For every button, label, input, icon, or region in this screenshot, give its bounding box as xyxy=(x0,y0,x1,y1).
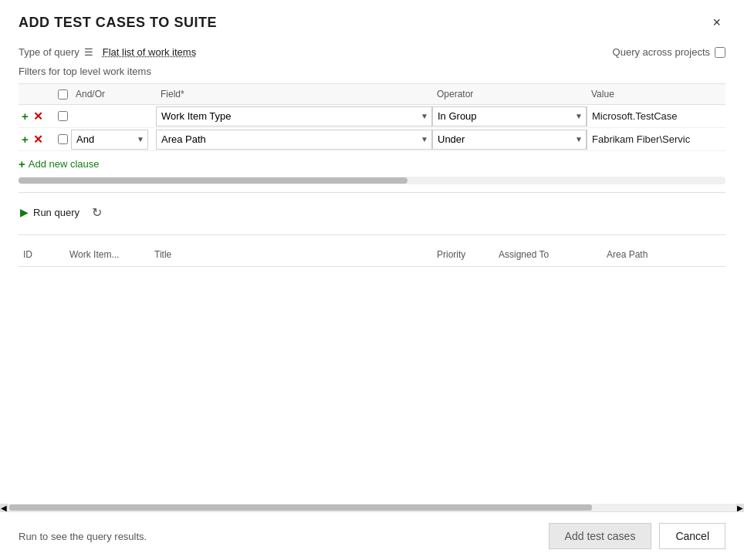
results-col-id: ID xyxy=(19,246,65,263)
run-query-button[interactable]: ▶ Run query xyxy=(19,204,84,221)
refresh-button[interactable]: ↻ xyxy=(92,205,102,220)
row2-value-col: Fabrikam Fiber\Servic xyxy=(587,130,725,150)
results-col-wit: Work Item... xyxy=(65,246,150,263)
cancel-button[interactable]: Cancel xyxy=(659,523,725,549)
divider-2 xyxy=(19,234,725,235)
header-field: Field* xyxy=(156,89,432,100)
dialog-body: Type of query ☰ Flat list of work items … xyxy=(0,39,744,511)
results-area xyxy=(19,267,725,504)
header-andor: And/Or xyxy=(71,89,156,100)
results-col-area: Area Path xyxy=(602,246,725,263)
divider-1 xyxy=(19,192,725,193)
row2-operator-col: Under = <> In Not In ▼ xyxy=(432,130,587,150)
row1-operator-col: In Group = <> In Not In ▼ xyxy=(432,106,587,127)
query-type-label: Type of query xyxy=(19,46,79,58)
row1-actions: + ✕ xyxy=(19,110,54,123)
run-query-label: Run query xyxy=(33,207,79,218)
row2-add-icon[interactable]: + xyxy=(20,133,30,146)
row2-value-display: Fabrikam Fiber\Servic xyxy=(587,130,725,150)
query-across-label: Query across projects xyxy=(613,46,710,58)
results-col-assigned: Assigned To xyxy=(494,246,602,263)
footer-buttons: Add test cases Cancel xyxy=(549,523,725,549)
row1-operator-select[interactable]: In Group = <> In Not In xyxy=(432,106,587,127)
row1-remove-icon[interactable]: ✕ xyxy=(32,110,45,123)
add-clause-row[interactable]: + Add new clause xyxy=(19,157,725,170)
bottom-scrollbar[interactable]: ◀ ▶ xyxy=(0,504,744,511)
row2-actions: + ✕ xyxy=(19,133,54,147)
query-across-row: Query across projects xyxy=(613,46,725,58)
results-table-header: ID Work Item... Title Priority Assigned … xyxy=(19,243,725,267)
row1-value-col: Microsoft.TestCase xyxy=(587,106,725,127)
dialog-footer: Run to see the query results. Add test c… xyxy=(0,511,744,560)
filter-rows: + ✕ Work Item Type Area Path Title xyxy=(19,105,725,151)
filters-label: Filters for top level work items xyxy=(19,62,725,83)
close-button[interactable]: × xyxy=(708,14,725,31)
list-icon: ☰ xyxy=(84,46,93,58)
row2-andor-col: And Or ▼ xyxy=(71,130,156,150)
dialog-header: ADD TEST CASES TO SUITE × xyxy=(0,0,744,39)
row1-field-select[interactable]: Work Item Type Area Path Title Assigned … xyxy=(156,106,432,127)
scrollbar-track xyxy=(8,504,736,511)
row1-checkbox[interactable] xyxy=(58,111,68,121)
header-operator: Operator xyxy=(432,89,587,100)
table-row: + ✕ Work Item Type Area Path Title xyxy=(19,105,725,128)
row1-add-icon[interactable]: + xyxy=(20,110,30,123)
select-all-checkbox[interactable] xyxy=(58,89,68,100)
row2-checkbox-col xyxy=(54,134,71,144)
results-col-priority: Priority xyxy=(432,246,494,263)
query-type-row: Type of query ☰ Flat list of work items … xyxy=(19,39,725,62)
row2-checkbox[interactable] xyxy=(58,134,68,144)
scrollbar-left-arrow[interactable]: ◀ xyxy=(0,504,8,511)
filter-scrollbar[interactable] xyxy=(19,177,725,184)
row1-checkbox-col xyxy=(54,111,71,121)
query-type-value[interactable]: Flat list of work items xyxy=(103,46,196,58)
results-col-title: Title xyxy=(150,246,432,263)
row2-field-select[interactable]: Area Path Work Item Type Title Assigned … xyxy=(156,130,432,150)
add-clause-label: Add new clause xyxy=(29,158,100,170)
row1-value-display: Microsoft.TestCase xyxy=(587,106,725,127)
dialog-title: ADD TEST CASES TO SUITE xyxy=(19,15,217,31)
scrollbar-right-arrow[interactable]: ▶ xyxy=(736,504,744,511)
play-icon: ▶ xyxy=(20,206,29,218)
run-query-row: ▶ Run query ↻ xyxy=(19,201,725,227)
filter-scrollbar-thumb xyxy=(19,177,408,184)
row1-field-col: Work Item Type Area Path Title Assigned … xyxy=(156,106,432,127)
header-checkbox-col xyxy=(54,89,71,100)
add-test-cases-dialog: ADD TEST CASES TO SUITE × Type of query … xyxy=(0,0,744,560)
row2-remove-icon[interactable]: ✕ xyxy=(32,133,45,147)
filters-table-header: And/Or Field* Operator Value xyxy=(19,83,725,105)
row2-operator-select[interactable]: Under = <> In Not In xyxy=(432,130,587,150)
header-value: Value xyxy=(587,89,725,100)
add-clause-icon: + xyxy=(19,157,25,170)
scrollbar-thumb xyxy=(9,504,592,511)
add-test-cases-button[interactable]: Add test cases xyxy=(549,523,652,549)
row2-andor-select[interactable]: And Or xyxy=(71,130,148,150)
query-across-checkbox[interactable] xyxy=(715,47,725,58)
footer-status: Run to see the query results. xyxy=(19,531,147,542)
table-row: + ✕ And Or ▼ xyxy=(19,128,725,151)
row2-field-col: Area Path Work Item Type Title Assigned … xyxy=(156,130,432,150)
